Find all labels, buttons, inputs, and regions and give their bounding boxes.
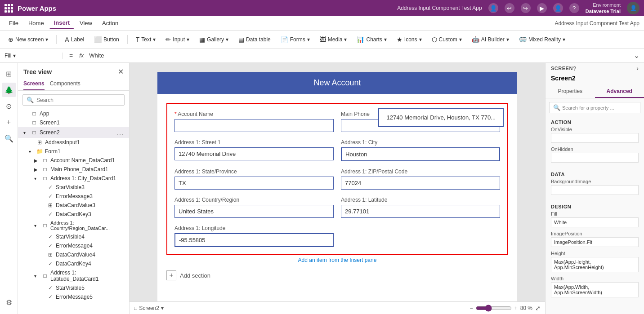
gallery-button[interactable]: ▦ Gallery ▾ — [196, 34, 232, 45]
longitude-input[interactable] — [174, 233, 334, 247]
new-screen-button[interactable]: ⊕ New screen ▾ — [4, 34, 52, 45]
input-button[interactable]: ✏ Input ▾ — [162, 34, 193, 45]
street1-input[interactable] — [174, 147, 334, 160]
rp-question-icon[interactable]: ? — [573, 65, 576, 72]
tree-item-screen2[interactable]: ▾ □ Screen2 … — [18, 127, 129, 138]
nav-home-icon[interactable]: ⊞ — [2, 66, 16, 81]
charts-button[interactable]: 📊 Charts ▾ — [353, 34, 390, 45]
latitude-input[interactable] — [341, 205, 500, 218]
tree-item-city-datacard[interactable]: ▾ □ Address 1: City_DataCard1 — [18, 174, 129, 183]
run-icon[interactable]: ▶ — [537, 3, 547, 13]
tree-item-addressinput[interactable]: ⊞ AddressInput1 — [18, 138, 129, 147]
custom-icon: ⬡ — [432, 36, 437, 43]
tree-item-app[interactable]: □ App — [18, 109, 129, 118]
rp-section-action: ACTION OnVisible OnHidden — [546, 117, 644, 169]
tree-item-phone-datacard[interactable]: ▶ □ Main Phone_DataCard1 — [18, 165, 129, 174]
menu-home[interactable]: Home — [24, 18, 49, 28]
help-icon[interactable]: ? — [569, 3, 579, 13]
custom-dropdown-icon: ▾ — [459, 36, 462, 43]
custom-button[interactable]: ⬡ Custom ▾ — [428, 34, 465, 45]
screen2-more-icon[interactable]: … — [116, 128, 124, 137]
sidebar-tab-screens[interactable]: Screens — [23, 79, 45, 90]
insert-hint-text: Add an item from the Insert pane — [298, 257, 377, 263]
rp-tab-advanced[interactable]: Advanced — [595, 85, 644, 98]
rp-search[interactable]: 🔍 — [549, 102, 640, 113]
waffle-icon[interactable] — [4, 4, 13, 13]
zoom-slider[interactable] — [476, 305, 512, 312]
zoom-minus-icon[interactable]: − — [470, 305, 473, 311]
screen1-icon: □ — [31, 119, 38, 126]
nav-add-icon[interactable]: + — [2, 115, 16, 129]
user-icon[interactable]: 👤 — [488, 3, 498, 13]
formula-expand-icon[interactable]: ⌄ — [634, 51, 640, 60]
city-input[interactable] — [341, 147, 500, 161]
zip-input[interactable] — [341, 177, 500, 190]
tree-item-errormsg5[interactable]: ✓ ErrorMessage5 — [18, 292, 129, 301]
tree-item-country-datacard[interactable]: ▾ □ Address 1: Country/Region_DataCar... — [18, 219, 129, 232]
nav-data-icon[interactable]: ⊙ — [2, 99, 16, 113]
avatar[interactable]: 👤 — [627, 2, 640, 14]
ai-builder-btn-label: AI Builder — [481, 36, 505, 43]
city-datacard-chevron: ▾ — [34, 176, 40, 181]
rp-bgimage-value[interactable] — [551, 185, 639, 195]
data-table-button[interactable]: ▤ Data table — [235, 34, 274, 45]
menu-view[interactable]: View — [75, 18, 97, 28]
tree-item-form1[interactable]: ▾ 📁 Form1 — [18, 147, 129, 156]
rp-imageposition-value[interactable]: ImagePosition.Fit — [551, 237, 639, 247]
menu-action[interactable]: Action — [98, 18, 123, 28]
street1-label: Address 1: Street 1 — [174, 139, 334, 146]
city-label: Address 1: City — [341, 139, 500, 146]
account-name-input[interactable] — [174, 119, 334, 132]
media-button[interactable]: 🖼 Media ▾ — [316, 34, 351, 45]
tree-item-datacardvalue3[interactable]: ⊞ DataCardValue3 — [18, 201, 129, 210]
nav-tree-icon[interactable]: 🌲 — [2, 83, 16, 97]
tree-item-starvisible3[interactable]: ✓ StarVisible3 — [18, 183, 129, 192]
tree-item-account-datacard[interactable]: ▶ □ Account Name_DataCard1 — [18, 156, 129, 165]
expand-canvas-icon[interactable]: ⤢ — [535, 305, 541, 312]
formula-property-dropdown[interactable]: Fill ▾ — [4, 53, 63, 59]
rp-onhidden-value[interactable] — [551, 153, 639, 163]
country-input[interactable] — [174, 205, 334, 218]
button-button[interactable]: ⬜ Button — [90, 34, 123, 45]
forms-button[interactable]: 📄 Forms ▾ — [277, 34, 313, 45]
tree-item-errormsg4[interactable]: ✓ ErrorMessage4 — [18, 241, 129, 250]
tree-item-datacardkey3[interactable]: ✓ DataCardKey3 — [18, 210, 129, 219]
state-input[interactable] — [174, 177, 334, 190]
sidebar-close-icon[interactable]: ✕ — [118, 67, 124, 76]
rp-expand-icon[interactable]: › — [636, 65, 639, 72]
sidebar-search-input[interactable] — [36, 97, 121, 103]
rp-section-design-title: DESIGN — [551, 204, 639, 209]
redo-icon[interactable]: ↪ — [521, 3, 531, 13]
icons-button[interactable]: ★ Icons ▾ — [393, 34, 425, 45]
user-settings-icon[interactable]: 👤 — [553, 3, 563, 13]
mixed-reality-button[interactable]: 🥽 Mixed Reality ▾ — [515, 34, 569, 45]
ai-builder-button[interactable]: 🤖 AI Builder ▾ — [468, 34, 513, 45]
tree-item-starvisible5[interactable]: ✓ StarVisible5 — [18, 283, 129, 292]
tree-item-latitude-datacard[interactable]: ▾ □ Address 1: Latitude_DataCard1 — [18, 268, 129, 283]
rp-width-value[interactable]: Max(App.Width, App.MinScreenWidth) — [551, 282, 639, 297]
add-section[interactable]: + Add section — [166, 270, 508, 280]
label-button[interactable]: A Label — [61, 34, 88, 45]
app-icon: □ — [31, 111, 38, 117]
undo-icon[interactable]: ↩ — [505, 3, 514, 13]
menu-file[interactable]: File — [4, 18, 23, 28]
rp-fill-value[interactable]: White — [551, 217, 639, 227]
tree-item-starvisible4[interactable]: ✓ StarVisible4 — [18, 232, 129, 241]
nav-settings-icon[interactable]: ⚙ — [2, 295, 16, 310]
tree-item-datacardkey4[interactable]: ✓ DataCardKey4 — [18, 259, 129, 268]
rp-height-value[interactable]: Max(App.Height, App.MinScreenHeight) — [551, 257, 639, 272]
sidebar-tab-components[interactable]: Components — [50, 79, 80, 90]
tree-item-datacardvalue4[interactable]: ⊞ DataCardValue4 — [18, 250, 129, 259]
zoom-plus-icon[interactable]: + — [514, 305, 518, 311]
nav-search-icon[interactable]: 🔍 — [2, 131, 16, 146]
tree-item-errormsg3[interactable]: ✓ ErrorMessage3 — [18, 192, 129, 201]
sidebar-search[interactable]: 🔍 — [22, 94, 125, 106]
rp-tab-properties[interactable]: Properties — [546, 85, 595, 98]
rp-search-input[interactable] — [562, 105, 636, 111]
address-preview[interactable]: 12740 Memorial Drive, Houston, TX 770... — [378, 108, 504, 127]
menu-insert[interactable]: Insert — [49, 18, 74, 29]
top-bar-right: Address Input Component Test App 👤 ↩ ↪ ▶… — [397, 2, 640, 15]
text-button[interactable]: T Text ▾ — [132, 34, 160, 45]
rp-onvisible-value[interactable] — [551, 133, 639, 143]
tree-item-screen1[interactable]: □ Screen1 — [18, 118, 129, 127]
